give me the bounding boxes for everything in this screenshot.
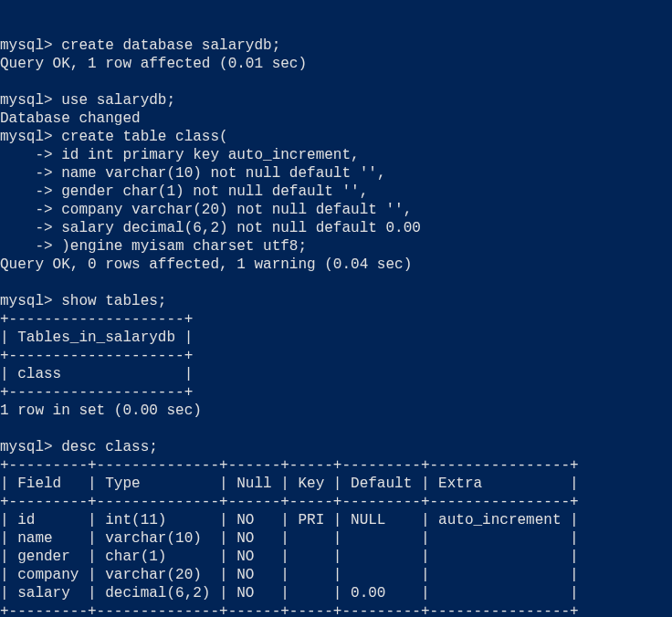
table-border: +--------------------+ (0, 311, 193, 328)
prompt: mysql> (0, 129, 53, 145)
table-row: | gender | char(1) | NO | | | | (0, 549, 579, 565)
cont-prompt: -> (0, 202, 53, 218)
command-text: gender char(1) not null default '', (61, 183, 368, 200)
prompt: mysql> (0, 439, 53, 455)
output-line: Query OK, 0 rows affected, 1 warning (0.… (0, 256, 412, 273)
command-text: )engine myisam charset utf8; (61, 238, 307, 255)
table-border: +---------+--------------+------+-----+-… (0, 457, 579, 474)
output-line: Database changed (0, 110, 141, 127)
table-header: | Tables_in_salarydb | (0, 329, 193, 346)
command-text: create database salarydb; (61, 37, 280, 54)
cont-prompt: -> (0, 147, 53, 163)
command-text: id int primary key auto_increment, (61, 147, 359, 163)
cont-prompt: -> (0, 220, 53, 236)
cont-prompt: -> (0, 183, 53, 200)
table-border: +--------------------+ (0, 348, 193, 364)
command-text: salary decimal(6,2) not null default 0.0… (61, 220, 421, 236)
cont-prompt: -> (0, 238, 53, 255)
command-text: use salarydb; (61, 92, 175, 109)
prompt: mysql> (0, 37, 53, 54)
table-row: | id | int(11) | NO | PRI | NULL | auto_… (0, 512, 579, 528)
table-border: +---------+--------------+------+-----+-… (0, 603, 579, 617)
cont-prompt: -> (0, 165, 53, 182)
table-header: | Field | Type | Null | Key | Default | … (0, 476, 579, 492)
command-text: desc class; (61, 439, 158, 455)
command-text: name varchar(10) not null default '', (61, 165, 385, 182)
terminal[interactable]: mysql> create database salarydb; Query O… (0, 37, 672, 617)
table-row: | salary | decimal(6,2) | NO | | 0.00 | … (0, 585, 579, 601)
table-border: +---------+--------------+------+-----+-… (0, 494, 579, 510)
output-line: 1 row in set (0.00 sec) (0, 403, 202, 419)
output-line: Query OK, 1 row affected (0.01 sec) (0, 56, 307, 72)
table-row: | class | (0, 366, 193, 382)
command-text: show tables; (61, 293, 166, 309)
table-row: | company | varchar(20) | NO | | | | (0, 567, 579, 583)
prompt: mysql> (0, 293, 53, 309)
prompt: mysql> (0, 92, 53, 109)
table-border: +--------------------+ (0, 384, 193, 401)
command-text: create table class( (61, 129, 227, 145)
table-row: | name | varchar(10) | NO | | | | (0, 530, 579, 547)
command-text: company varchar(20) not null default '', (61, 202, 412, 218)
